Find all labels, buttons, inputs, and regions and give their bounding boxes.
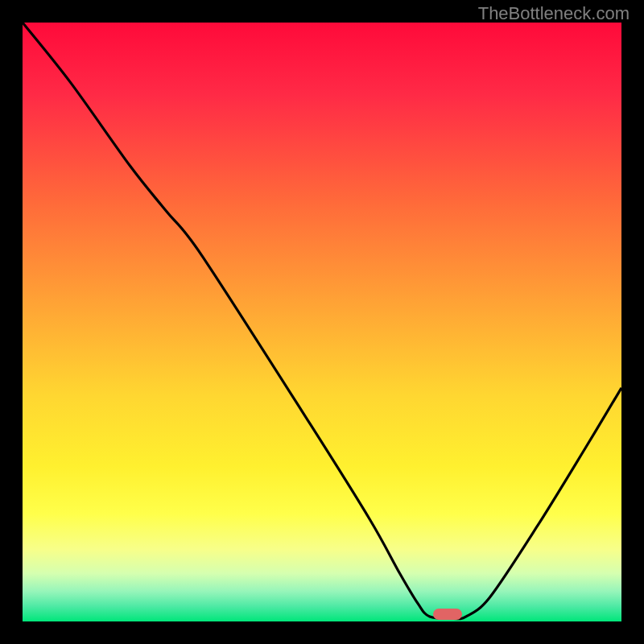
watermark-text: TheBottleneck.com [478,3,630,24]
curve-overlay [23,23,621,621]
optimal-marker [433,609,462,620]
chart-area [23,23,621,621]
bottleneck-curve [23,23,621,619]
